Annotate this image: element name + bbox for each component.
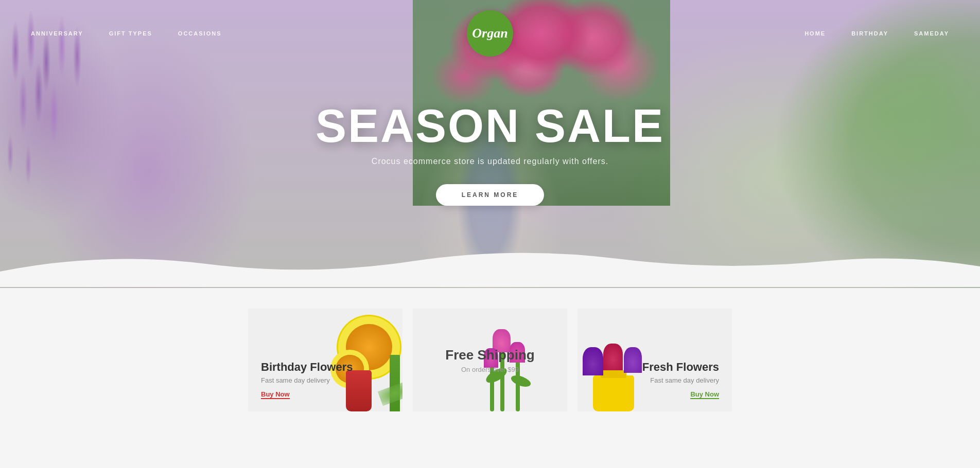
nav-left: ANNIVERSARY GIFT TYPES OCCASIONS [31,30,446,37]
wave-divider [0,246,980,288]
nav-item-anniversary[interactable]: ANNIVERSARY [31,30,83,37]
nav-item-birthday[interactable]: BIRTHDAY [851,30,888,37]
fresh-flowers-card-title: Fresh Flowers [642,361,719,374]
birthday-card-title: Birthday Flowers [261,361,353,374]
hero-title: SEASON SALE [316,103,664,149]
nav-item-gift-types[interactable]: GIFT TYPES [109,30,152,37]
logo[interactable]: Organ [467,10,513,57]
tulip-leaf-2 [510,373,532,389]
hero-section: ANNIVERSARY GIFT TYPES OCCASIONS Organ H… [0,0,980,288]
purple-tulip-1 [583,347,603,375]
main-navigation: ANNIVERSARY GIFT TYPES OCCASIONS Organ H… [0,0,980,67]
hero-content: SEASON SALE Crocus ecommerce store is up… [316,103,664,206]
logo-text: Organ [472,26,507,41]
fresh-flowers-buy-now-link[interactable]: Buy Now [690,390,719,399]
shipping-card: Free Shipping On orders over $99 [413,309,567,411]
shipping-card-content: Free Shipping On orders over $99 [445,347,534,373]
learn-more-button[interactable]: LEARN MORE [436,184,545,206]
nav-item-home[interactable]: HOME [804,30,826,37]
product-cards-section: Birthday Flowers Fast same day delivery … [0,288,980,442]
fresh-flowers-card-content: Fresh Flowers Fast same day delivery Buy… [642,361,719,399]
birthday-card-subtitle: Fast same day delivery [261,376,353,384]
nav-right: HOME BIRTHDAY SAMEDAY [534,30,949,37]
shipping-card-subtitle: On orders over $99 [445,366,534,373]
yellow-bag-handle-base [601,370,626,378]
shipping-card-title: Free Shipping [445,347,534,363]
purple-tulip-2 [603,344,623,370]
hero-subtitle: Crocus ecommerce store is updated regula… [316,157,664,166]
birthday-buy-now-link[interactable]: Buy Now [261,390,290,399]
fresh-flowers-card: Fresh Flowers Fast same day delivery Buy… [577,309,732,411]
purple-tulip-3 [624,347,642,373]
nav-item-occasions[interactable]: OCCASIONS [178,30,222,37]
birthday-card: Birthday Flowers Fast same day delivery … [248,309,402,411]
fresh-flowers-card-subtitle: Fast same day delivery [642,376,719,384]
nav-item-sameday[interactable]: SAMEDAY [914,30,949,37]
yellow-bag [593,375,634,411]
birthday-card-content: Birthday Flowers Fast same day delivery … [261,361,353,399]
